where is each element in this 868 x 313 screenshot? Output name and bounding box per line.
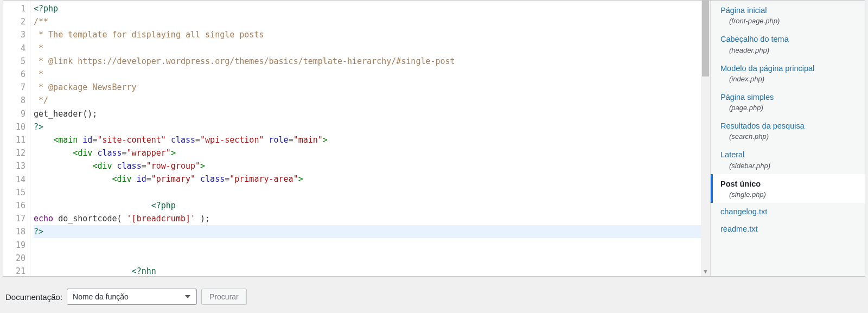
code-line[interactable]: * (34, 42, 701, 55)
line-number: 19 (3, 239, 25, 252)
code-line[interactable]: * @package NewsBerry (34, 81, 701, 94)
template-file-item[interactable]: Cabeçalho do tema(header.php) (711, 29, 865, 58)
line-number: 10 (3, 120, 25, 133)
code-editor[interactable]: 123456789101112131415161718192021 <?php/… (3, 1, 710, 276)
code-line[interactable]: <?nhn (34, 265, 701, 276)
documentation-label: Documentação: (5, 292, 62, 302)
scroll-down-icon[interactable]: ▼ (701, 267, 710, 276)
code-line[interactable]: * The template for displaying all single… (34, 28, 701, 41)
line-number: 8 (3, 94, 25, 107)
line-number: 17 (3, 212, 25, 225)
code-line[interactable]: <?php (34, 2, 701, 15)
template-filename: (page.php) (720, 104, 858, 112)
line-number: 11 (3, 133, 25, 146)
line-number: 1 (3, 2, 25, 15)
template-file-item[interactable]: Lateral(sidebar.php) (711, 145, 865, 174)
code-line[interactable]: echo do_shortcode( '[breadcrumb]' ); (34, 212, 701, 225)
file-sidebar: Página inicial(front-page.php)Cabeçalho … (710, 1, 865, 276)
code-line[interactable]: ?> (34, 120, 701, 133)
line-number: 20 (3, 252, 25, 265)
function-select-wrap[interactable]: Nome da função (67, 289, 197, 305)
line-number: 9 (3, 107, 25, 120)
line-number: 7 (3, 81, 25, 94)
template-filename: (search.php) (720, 132, 858, 140)
line-number: 5 (3, 55, 25, 68)
code-line[interactable] (34, 186, 701, 199)
file-item[interactable]: changelog.txt (711, 203, 865, 220)
template-title: Post único (720, 178, 858, 189)
code-content[interactable]: <?php/** * The template for displaying a… (30, 1, 701, 276)
template-file-item[interactable]: Página inicial(front-page.php) (711, 1, 865, 29)
code-line[interactable]: ?> (34, 225, 701, 238)
scrollbar-thumb[interactable] (702, 1, 709, 76)
line-number: 16 (3, 199, 25, 212)
template-filename: (front-page.php) (720, 17, 858, 25)
template-file-item[interactable]: Post único(single.php) (711, 174, 865, 203)
line-number: 13 (3, 159, 25, 173)
editor-scrollbar[interactable]: ▼ (701, 1, 710, 276)
code-line[interactable]: * @link https://developer.wordpress.org/… (34, 55, 701, 68)
template-title: Página simples (720, 92, 858, 103)
code-line[interactable]: <div class="row-group"> (34, 159, 701, 173)
search-button[interactable]: Procurar (201, 289, 247, 305)
line-number: 15 (3, 186, 25, 199)
code-line[interactable]: /** (34, 15, 701, 28)
line-number: 6 (3, 68, 25, 81)
file-item[interactable]: readme.txt (711, 220, 865, 238)
template-title: Modelo da página principal (720, 63, 858, 74)
template-filename: (sidebar.php) (720, 162, 858, 170)
line-number: 4 (3, 42, 25, 55)
line-number: 14 (3, 173, 25, 186)
template-file-item[interactable]: Página simples(page.php) (711, 87, 865, 116)
template-file-item[interactable]: Modelo da página principal(index.php) (711, 59, 865, 87)
code-line[interactable] (34, 238, 701, 251)
line-number: 21 (3, 265, 25, 276)
line-number: 18 (3, 225, 25, 238)
template-title: Resultados da pesquisa (720, 120, 858, 131)
template-title: Página inicial (720, 5, 858, 16)
line-number: 12 (3, 146, 25, 159)
line-number: 3 (3, 28, 25, 41)
line-number: 2 (3, 15, 25, 28)
template-filename: (index.php) (720, 75, 858, 83)
code-line[interactable]: <div class="wrapper"> (34, 146, 701, 159)
code-line[interactable]: * (34, 68, 701, 81)
code-line[interactable]: <main id="site-content" class="wpi-secti… (34, 133, 701, 146)
template-title: Lateral (720, 149, 858, 160)
main-area: 123456789101112131415161718192021 <?php/… (3, 0, 865, 277)
code-line[interactable]: get_header(); (34, 107, 701, 120)
code-line[interactable] (34, 252, 701, 265)
documentation-bar: Documentação: Nome da função Procurar (0, 280, 868, 313)
template-file-item[interactable]: Resultados da pesquisa(search.php) (711, 116, 865, 145)
template-title: Cabeçalho do tema (720, 34, 858, 44)
template-filename: (header.php) (720, 46, 858, 54)
line-gutter: 123456789101112131415161718192021 (3, 1, 30, 276)
code-line[interactable]: <div id="primary" class="primary-area"> (34, 173, 701, 186)
template-filename: (single.php) (720, 190, 858, 199)
function-select[interactable]: Nome da função (67, 289, 197, 305)
code-line[interactable]: */ (34, 94, 701, 107)
code-line[interactable]: <?php (34, 199, 701, 212)
